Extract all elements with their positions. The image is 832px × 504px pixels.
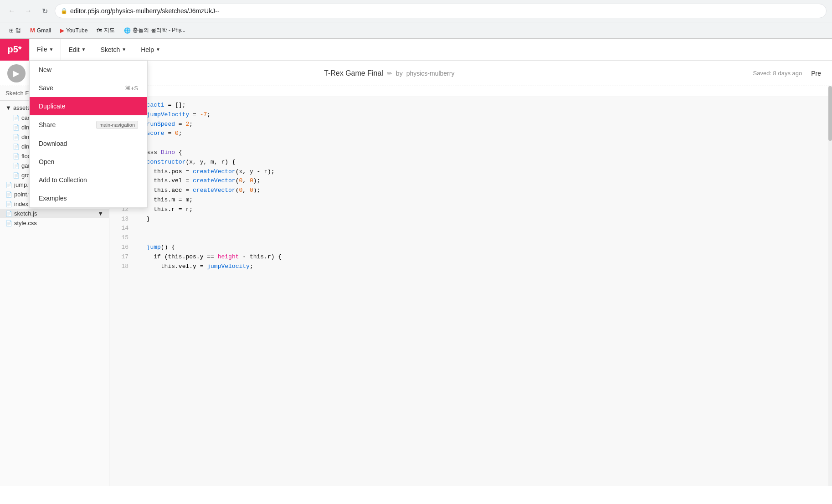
- bookmark-maps[interactable]: 🗺 지도: [93, 26, 118, 35]
- menu-new-label: New: [39, 66, 51, 73]
- code-line-2: jumpVelocity = -7;: [139, 110, 825, 120]
- collision-icon: 🌐: [124, 27, 131, 34]
- edit-dropdown-arrow: ▼: [82, 47, 86, 52]
- maps-icon: 🗺: [97, 27, 102, 34]
- edit-title-icon[interactable]: ✏: [387, 70, 392, 77]
- code-line-14: [139, 224, 825, 233]
- file-icon: 📄: [13, 153, 20, 159]
- menu-share[interactable]: Share main-navigation: [30, 115, 147, 134]
- menu-duplicate-label: Duplicate: [39, 103, 65, 110]
- bookmark-collision-label: 충돌의 물리학 - Phy...: [133, 26, 185, 34]
- file-icon: 📄: [13, 115, 20, 121]
- menu-save[interactable]: Save ⌘+S: [30, 79, 147, 97]
- file-chevron-icon: ▼: [98, 210, 103, 217]
- menu-open[interactable]: Open: [30, 153, 147, 171]
- code-line-17: if (this.pos.y == height - this.r) {: [139, 252, 825, 262]
- lock-icon: 🔒: [61, 8, 67, 14]
- scrollbar-thumb[interactable]: [828, 86, 832, 141]
- file-icon: 📄: [5, 191, 12, 198]
- bookmark-youtube-label: YouTube: [66, 27, 87, 34]
- menu-examples[interactable]: Examples: [30, 189, 147, 207]
- refresh-button[interactable]: ↻: [38, 5, 51, 17]
- menu-examples-label: Examples: [39, 195, 67, 202]
- code-editor[interactable]: sketch.js 10 11 12 13: [109, 86, 832, 486]
- file-icon: 📄: [13, 172, 20, 179]
- apps-icon: ⊞: [9, 27, 14, 34]
- menu-duplicate[interactable]: Duplicate: [30, 97, 147, 115]
- file-sketch-js[interactable]: 📄 sketch.js ▼: [0, 209, 109, 218]
- share-tooltip-badge: main-navigation: [96, 121, 138, 129]
- code-line-12: this.r = r;: [139, 205, 825, 215]
- menu-help[interactable]: Help ▼: [134, 39, 168, 60]
- bookmark-collision[interactable]: 🌐 충돌의 물리학 - Phy...: [120, 26, 189, 35]
- file-sketch-js-label: sketch.js: [14, 210, 37, 217]
- file-icon: 📄: [5, 182, 12, 188]
- code-line-6: class Dino {: [139, 148, 825, 158]
- bookmark-maps-label: 지도: [104, 26, 115, 34]
- bookmark-gmail-label: Gmail: [37, 27, 51, 34]
- code-line-8: this.pos = createVector(x, y - r);: [139, 167, 825, 177]
- file-dropdown-menu: New Save ⌘+S Duplicate Share main-naviga…: [29, 61, 148, 208]
- code-line-11: this.m = m;: [139, 195, 825, 205]
- menu-save-label: Save: [39, 84, 53, 92]
- saved-status: Saved: 8 days ago: [753, 70, 802, 77]
- bookmark-gmail[interactable]: M Gmail: [26, 26, 55, 35]
- code-line-9: this.vel = createVector(0, 0);: [139, 176, 825, 186]
- menu-open-label: Open: [39, 158, 54, 165]
- file-icon: 📄: [5, 220, 12, 226]
- file-icon: 📄: [13, 124, 20, 131]
- file-icon: 📄: [5, 211, 12, 217]
- file-icon: 📄: [5, 201, 12, 207]
- code-line-4: score = 0;: [139, 129, 825, 139]
- back-button[interactable]: ←: [5, 5, 18, 17]
- forward-button[interactable]: →: [22, 5, 35, 17]
- p5-logo: p5*: [0, 39, 29, 61]
- code-header: sketch.js: [109, 86, 832, 97]
- file-dropdown-arrow: ▼: [49, 47, 54, 52]
- menu-new[interactable]: New: [30, 61, 147, 79]
- folder-collapse-icon: ▼: [5, 104, 11, 111]
- menu-sketch-label: Sketch: [101, 46, 120, 53]
- menu-bar: p5* File ▼ Edit ▼ Sketch ▼ Help ▼ New: [0, 39, 832, 61]
- app-container: p5* File ▼ Edit ▼ Sketch ▼ Help ▼ New: [0, 39, 832, 486]
- sketch-title: T-Rex Game Final: [324, 69, 383, 77]
- code-line-5: [139, 139, 825, 148]
- code-line-16: jump() {: [139, 243, 825, 252]
- menu-download[interactable]: Download: [30, 134, 147, 153]
- code-line-7: constructor(x, y, m, r) {: [139, 158, 825, 167]
- menu-edit-label: Edit: [68, 46, 79, 53]
- menu-share-label: Share: [39, 121, 56, 129]
- folder-name: assets: [13, 104, 31, 111]
- menu-add-collection[interactable]: Add to Collection: [30, 171, 147, 189]
- help-dropdown-arrow: ▼: [156, 47, 160, 52]
- code-lines: cacti = []; jumpVelocity = -7; runSpeed …: [132, 97, 832, 275]
- menu-file[interactable]: File ▼: [29, 39, 61, 60]
- code-content: 10 11 12 13 14 15 16 17 18 cacti = []; j…: [109, 97, 832, 275]
- browser-nav-bar: ← → ↻ 🔒 editor.p5js.org/physics-mulberry…: [0, 0, 832, 22]
- author-name: physics-mulberry: [406, 70, 455, 77]
- browser-chrome: ← → ↻ 🔒 editor.p5js.org/physics-mulberry…: [0, 0, 832, 39]
- menu-sketch[interactable]: Sketch ▼: [93, 39, 134, 60]
- file-icon: 📄: [13, 144, 20, 150]
- file-icon: 📄: [13, 134, 20, 140]
- address-text: editor.p5js.org/physics-mulberry/sketche…: [70, 7, 220, 15]
- bookmark-apps-label: 앱: [15, 26, 21, 34]
- menu-help-label: Help: [141, 46, 154, 53]
- code-line-10: this.acc = createVector(0, 0);: [139, 186, 825, 195]
- menu-items: File ▼ Edit ▼ Sketch ▼ Help ▼: [29, 39, 168, 60]
- file-icon: 📄: [13, 163, 20, 169]
- bookmarks-bar: ⊞ 앱 M Gmail ▶ YouTube 🗺 지도 🌐 충돌의 물리학 - P…: [0, 22, 832, 38]
- menu-edit[interactable]: Edit ▼: [61, 39, 93, 60]
- address-bar[interactable]: 🔒 editor.p5js.org/physics-mulberry/sketc…: [55, 4, 827, 18]
- gmail-icon: M: [30, 27, 35, 34]
- menu-save-shortcut: ⌘+S: [125, 85, 138, 92]
- play-button[interactable]: ▶: [7, 64, 26, 82]
- author-prefix: by: [396, 70, 403, 77]
- scrollbar[interactable]: [828, 86, 832, 486]
- youtube-icon: ▶: [60, 27, 64, 34]
- menu-download-label: Download: [39, 140, 67, 147]
- file-style-css[interactable]: 📄 style.css: [0, 218, 109, 228]
- bookmark-apps[interactable]: ⊞ 앱: [5, 26, 25, 35]
- bookmark-youtube[interactable]: ▶ YouTube: [56, 26, 91, 35]
- pre-label: Pre: [807, 70, 825, 77]
